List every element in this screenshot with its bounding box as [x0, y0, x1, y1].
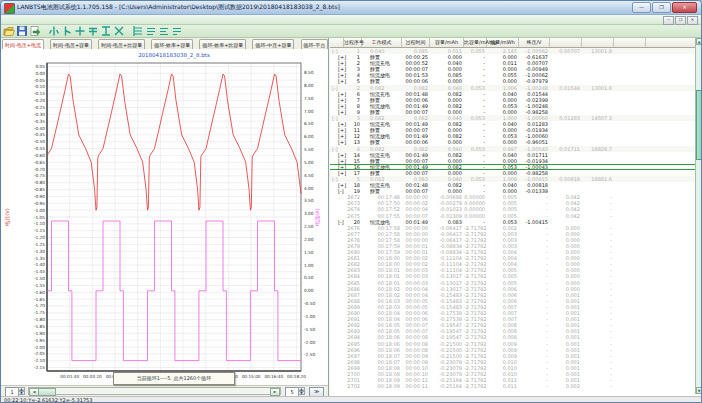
menu-bar: 文件(F) 设置中心(S) 工具(T) 数据(D) 窗口(W) 帮助(H) — … — [1, 15, 701, 25]
title-bar[interactable]: LANBTS电池测试系统1.1.705.158 - [C:\Users\Admi… — [1, 1, 701, 15]
left-axis-tick-label: -0.40 — [34, 126, 45, 131]
mdi-restore-button[interactable]: ❐ — [675, 16, 686, 25]
column-header[interactable] — [550, 38, 582, 47]
mdi-close-button[interactable]: ✕ — [687, 16, 698, 25]
close-button[interactable]: ✕ — [672, 2, 697, 13]
table-cell: - — [464, 158, 487, 164]
data-export-icon[interactable] — [29, 25, 41, 37]
end-cycle-spinner[interactable]: ▲▼ — [298, 387, 305, 395]
tab-cycle-efficiency-specific-capacity[interactable]: 循环-效率+比容量 — [199, 39, 246, 49]
column-header[interactable] — [614, 38, 646, 47]
left-axis-tick-label: -1.15 — [34, 228, 45, 233]
column-header[interactable]: 容量/mAh — [430, 38, 464, 47]
table-cell — [330, 383, 344, 389]
x-axis-tick-label: 00:18:20 — [287, 374, 306, 379]
scroll-down-icon[interactable]: ▼ — [696, 387, 702, 394]
line-chart[interactable]: 0.050.00-0.05-0.10-0.15-0.20-0.25-0.30-0… — [1, 49, 328, 385]
expander-icon[interactable]: [+] — [330, 158, 344, 164]
chart-layout-6-icon[interactable] — [113, 25, 125, 37]
mdi-minimize-button[interactable]: — — [663, 16, 674, 25]
right-axis-tick-label: 8.00 — [304, 83, 314, 88]
grid-view-3-icon[interactable] — [158, 25, 170, 37]
table-cell: - — [519, 383, 550, 389]
scroll-thumb[interactable] — [38, 388, 56, 396]
grid-view-1-icon[interactable] — [132, 25, 144, 37]
right-axis-title: 电流(A) — [314, 208, 321, 225]
left-axis-tick-label: -1.05 — [34, 215, 45, 220]
tab-cycle-platform[interactable]: 循环-平台 — [301, 39, 328, 49]
table-cell: 00:00:11 — [402, 383, 430, 389]
app-window: LANBTS电池测试系统1.1.705.158 - [C:\Users\Admi… — [0, 0, 702, 403]
column-header[interactable]: 工作模式 — [362, 38, 402, 47]
tab-time-voltage-specific-capacity[interactable]: 时间-电压+比容量 — [98, 39, 145, 49]
left-axis-tick-label: 0.00 — [35, 71, 45, 76]
left-axis-tick-label: -0.35 — [34, 119, 45, 124]
scroll-up-icon[interactable]: ▲ — [696, 38, 702, 45]
scroll-right-icon[interactable]: ► — [270, 388, 280, 396]
column-header[interactable]: 过程序号 — [344, 38, 362, 47]
tab-time-voltage-current[interactable]: 时间-电压+电流 — [2, 39, 44, 49]
chart-layout-5-icon[interactable] — [100, 25, 112, 37]
tab-time-voltage-capacity[interactable]: 时间-电压+容量 — [50, 39, 92, 49]
column-header[interactable]: 比容量/mAh/g — [464, 38, 487, 47]
save-icon[interactable] — [16, 25, 28, 37]
column-header[interactable] — [330, 38, 344, 47]
right-axis-tick-label: 0.00 — [304, 288, 314, 293]
left-axis-tick-label: -1.70 — [34, 303, 45, 308]
grid-view-2-icon[interactable] — [145, 25, 157, 37]
right-axis-tick-label: 3.00 — [304, 211, 314, 216]
right-axis-tick-label: -2.00 — [304, 340, 315, 345]
table-scroll-thumb[interactable] — [696, 90, 702, 160]
right-axis-tick-label: -1.50 — [304, 327, 315, 332]
right-axis-tick-label: 6.00 — [304, 134, 314, 139]
right-axis-tick-label: 5.00 — [304, 160, 314, 165]
maximize-button[interactable]: ❐ — [652, 2, 671, 13]
left-axis-tick-label: -1.00 — [34, 208, 45, 213]
open-file-icon[interactable] — [3, 25, 15, 37]
chart-layout-4-icon[interactable] — [87, 25, 99, 37]
left-axis-tick-label: -0.20 — [34, 98, 45, 103]
left-axis-tick-label: -1.30 — [34, 249, 45, 254]
table-cell — [614, 165, 646, 169]
chart-horizontal-scrollbar[interactable]: ◄ ► — [28, 387, 281, 395]
start-cycle-spinner[interactable]: ▲▼ — [18, 387, 25, 395]
table-cell: - — [464, 165, 487, 169]
column-header[interactable]: 过程时间 — [402, 38, 430, 47]
table-cell — [550, 165, 582, 169]
table-cell: 0.082 — [430, 165, 464, 169]
right-axis-tick-label: 7.00 — [304, 109, 314, 114]
right-axis-tick-label: -0.50 — [304, 301, 315, 306]
table-cell: -0.25164 — [430, 383, 464, 389]
chart-panel: 时间-电压+电流 时间-电压+容量 时间-电压+比容量 循环-效率+容量 循环-… — [1, 38, 329, 396]
right-axis-tick-label: 8.50 — [304, 70, 314, 75]
minimize-button[interactable]: — — [632, 2, 651, 13]
column-header[interactable]: 终压/V — [519, 38, 550, 47]
left-axis-tick-label: -0.80 — [34, 180, 45, 185]
grid-view-4-icon[interactable] — [171, 25, 183, 37]
right-axis-tick-label: 5.50 — [304, 147, 314, 152]
record-row[interactable]: 270200:18:0900:00:11-0.25164-2.717920.01… — [330, 383, 696, 389]
chart-layout-1-icon[interactable] — [48, 25, 60, 37]
x-axis-tick-label: 00:15:00 — [242, 374, 261, 379]
right-axis-tick-label: 4.00 — [304, 186, 314, 191]
table-cell: 2702 — [344, 383, 362, 389]
left-axis-tick-label: -1.20 — [34, 235, 45, 240]
chart-layout-3-icon[interactable] — [74, 25, 86, 37]
left-axis-tick-label: 0.05 — [35, 64, 45, 69]
expander-icon[interactable]: [+] — [330, 165, 344, 169]
table-vertical-scrollbar[interactable]: ▲ ▼ — [695, 38, 702, 394]
column-header[interactable] — [582, 38, 614, 47]
left-axis-tick-label: -1.45 — [34, 269, 45, 274]
tab-cycle-midvoltage-capacity[interactable]: 循环-中压+容量 — [252, 39, 294, 49]
step-row[interactable]: [+]15静置00:00:070.000-0.000-0.01934 — [330, 158, 696, 164]
right-axis-tick-label: -2.50 — [304, 352, 315, 357]
table-header: 过程序号工作模式过程时间容量/mAh比容量/mAh/g能量/mWh终压/V — [330, 38, 696, 48]
column-header[interactable]: 能量/mWh — [487, 38, 519, 47]
tab-cycle-efficiency-capacity[interactable]: 循环-效率+容量 — [151, 39, 193, 49]
table-cell — [614, 383, 646, 389]
table-cell — [582, 158, 614, 164]
table-cell: 00:00:07 — [402, 158, 430, 164]
left-axis-tick-label: -0.85 — [34, 187, 45, 192]
left-axis-tick-label: -0.05 — [34, 78, 45, 83]
chart-layout-2-icon[interactable] — [61, 25, 73, 37]
